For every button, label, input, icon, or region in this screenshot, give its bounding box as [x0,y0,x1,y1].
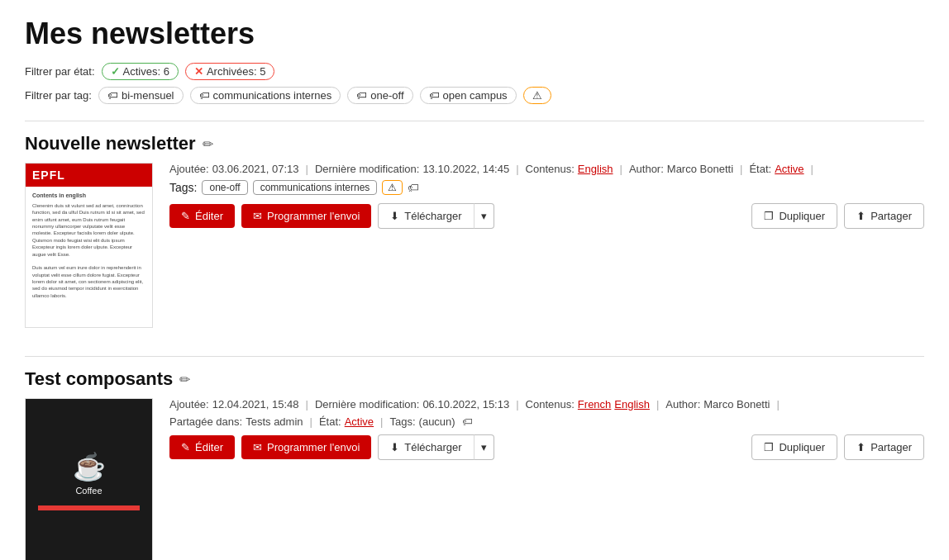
sep-1b: | [516,163,518,175]
etat-label-1: État: [749,163,771,175]
actions-right-2: ❐ Dupliquer ⬆ Partager [751,434,924,460]
edit-title-button-2[interactable]: ✏ [179,372,190,387]
added-label-1: Ajoutée: [169,163,209,175]
duplicate-button-1[interactable]: ❐ Dupliquer [751,203,837,229]
warning-icon: ⚠ [532,89,542,102]
etat-value-2[interactable]: Active [345,415,374,428]
page-title: Mes newsletters [25,17,924,51]
author-value-1: Marco Bonetti [667,163,733,175]
share-icon: ⬆ [856,210,866,222]
contenus-french-link-2[interactable]: French [578,398,611,411]
tags-value-2: (aucun) [419,415,455,428]
share-label-2: Partager [870,441,912,453]
sep-1c: | [620,163,622,175]
download-label-2: Télécharger [404,441,461,453]
author-label-2: Author: [665,398,700,411]
share-button-1[interactable]: ⬆ Partager [844,203,924,229]
tag-chip-communications-internes[interactable]: 🏷 communications internes [190,87,341,104]
edit-title-button-1[interactable]: ✏ [203,136,213,152]
shared-label-2: Partagée dans: [169,415,242,428]
download-group-2: ⬇ Télécharger ▾ [378,434,494,460]
tag-chip-open-campus[interactable]: 🏷 open campus [420,87,517,104]
last-modified-label-1: Dernière modification: [315,163,419,175]
newsletter-title-2: Test composants [25,368,173,390]
coffee-icon: ☕ [73,451,106,482]
epfl-content: Contents in english Clenenim duis sit vu… [26,187,152,304]
newsletter-title-1: Nouvelle newsletter [25,133,196,154]
sep-2d: | [776,398,779,411]
thumbnail-2: ☕ Coffee [25,398,153,560]
contenus-label-2: Contenus: [526,398,575,411]
pencil-icon: ✏ [203,136,213,152]
pencil-icon: ✏ [179,372,190,387]
add-tag-icon-1[interactable]: 🏷 [408,181,419,194]
filter-state-label: Filtrer par état: [25,65,95,78]
filter-by-tag-row: Filtrer par tag: 🏷 bi-mensuel 🏷 communic… [25,87,924,104]
section-divider-2 [25,356,924,357]
tag-icon: 🏷 [429,89,440,102]
tag-chip-bi-mensuel[interactable]: 🏷 bi-mensuel [98,87,184,104]
added-label-2: Ajoutée: [169,398,209,411]
chevron-down-icon-2: ▾ [481,441,487,453]
download-label-1: Télécharger [404,210,461,222]
sep-2a: | [306,398,308,411]
duplicate-icon-2: ❐ [764,441,774,453]
tag-chip-warning[interactable]: ⚠ [523,87,551,104]
tag-chip-bi-mensuel-label: bi-mensuel [122,89,174,102]
edit-icon-2: ✎ [181,441,190,453]
sep-2f: | [380,415,383,428]
filter-chip-archived-label: Archivées: 5 [207,65,266,78]
actions-row-2: ✎ Éditer ✉ Programmer l'envoi ⬇ Téléchar… [169,434,924,460]
schedule-label-1: Programmer l'envoi [267,210,360,222]
newsletter-card-1: EPFL Contents in english Clenenim duis s… [25,163,924,339]
actions-left-2: ✎ Éditer ✉ Programmer l'envoi ⬇ Téléchar… [169,434,494,460]
tags-label-2: Tags: [390,415,416,428]
shared-value-2: Tests admin [246,415,303,428]
download-group-1: ⬇ Télécharger ▾ [378,203,494,229]
etat-value-1[interactable]: Active [775,163,804,175]
sep-2b: | [516,398,518,411]
sep-1d: | [740,163,742,175]
schedule-button-2[interactable]: ✉ Programmer l'envoi [241,435,371,459]
tags-line-1: Tags: one-off communications internes ⚠ … [169,180,924,195]
edit-button-2[interactable]: ✎ Éditer [169,435,235,459]
last-modified-date-1: 13.10.2022, 14:45 [422,163,509,175]
share-icon-2: ⬆ [856,441,866,453]
duplicate-button-2[interactable]: ❐ Dupliquer [751,434,837,460]
contenus-english-link-1[interactable]: English [578,163,613,175]
download-button-2[interactable]: ⬇ Télécharger [378,434,473,460]
etat-label-2: État: [319,415,341,428]
actions-right-1: ❐ Dupliquer ⬆ Partager [751,203,924,229]
edit-button-1[interactable]: ✎ Éditer [169,204,235,228]
download-icon: ⬇ [390,210,399,222]
filter-chip-archived[interactable]: ✕ Archivées: 5 [185,63,275,80]
add-tag-icon-2[interactable]: 🏷 [462,415,473,428]
author-value-2: Marco Bonetti [703,398,770,411]
tag-chip-one-off[interactable]: 🏷 one-off [347,87,413,104]
tag-icon: 🏷 [107,89,118,102]
share-label-1: Partager [870,210,912,222]
chevron-down-icon: ▾ [481,210,487,222]
check-icon: ✓ [111,65,120,78]
last-modified-label-2: Dernière modification: [315,398,419,411]
share-button-2[interactable]: ⬆ Partager [844,434,924,460]
duplicate-label-2: Dupliquer [779,441,825,453]
contenus-english-link-2[interactable]: English [614,398,650,411]
actions-row-1: ✎ Éditer ✉ Programmer l'envoi ⬇ Téléchar… [169,203,924,229]
download-caret-2[interactable]: ▾ [474,434,494,460]
newsletter-section-test: Test composants ✏ ☕ Coffee Ajoutée: 12.0… [25,368,924,560]
mail-icon: ✉ [253,210,262,222]
tag-icon: 🏷 [356,89,367,102]
meta-line-2: Ajoutée: 12.04.2021, 15:48 | Dernière mo… [169,398,924,411]
last-modified-date-2: 06.10.2022, 15:13 [422,398,509,411]
mail-icon-2: ✉ [253,441,262,453]
thumbnail-1: EPFL Contents in english Clenenim duis s… [25,163,153,328]
schedule-button-1[interactable]: ✉ Programmer l'envoi [241,204,371,228]
filter-chip-active[interactable]: ✓ Actives: 6 [102,63,179,80]
download-button-1[interactable]: ⬇ Télécharger [378,203,473,229]
newsletter-card-2: ☕ Coffee Ajoutée: 12.04.2021, 15:48 | De… [25,398,924,560]
schedule-label-2: Programmer l'envoi [267,441,360,453]
download-caret-1[interactable]: ▾ [474,203,494,229]
tag-communications-1: communications internes [253,180,378,195]
sep-2e: | [310,415,312,428]
